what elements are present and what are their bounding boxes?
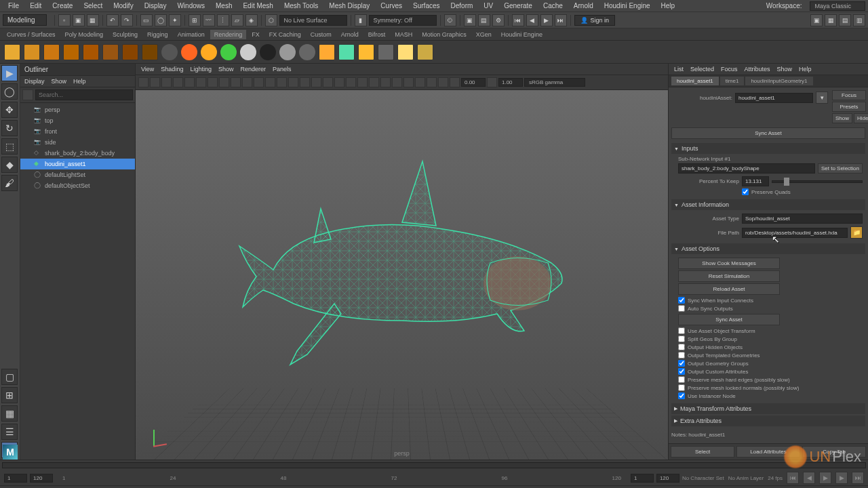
vp-toolbar-icon-0[interactable] [138, 77, 149, 87]
open-icon[interactable]: ▣ [73, 14, 85, 26]
folder-icon[interactable]: 📁 [850, 226, 863, 239]
vp-toolbar-icon-13[interactable] [288, 77, 298, 87]
reset-sim-button[interactable]: Reset Simulation [678, 270, 780, 282]
menu-generate[interactable]: Generate [498, 1, 538, 11]
shelf-icon-1[interactable] [24, 44, 40, 60]
vp-toolbar-icon-26[interactable] [438, 77, 448, 87]
panel-icon-3[interactable]: ▤ [839, 14, 851, 26]
outliner-search-input[interactable] [35, 89, 133, 100]
menu-cache[interactable]: Cache [538, 1, 568, 11]
new-icon[interactable]: ▫ [58, 14, 71, 26]
play-back-icon[interactable]: ⏮ [787, 472, 799, 484]
option-10-checkbox[interactable] [678, 392, 685, 399]
playback-end-input[interactable] [631, 474, 654, 483]
vp-toolbar-icon-24[interactable] [415, 77, 425, 87]
option-7-checkbox[interactable] [678, 368, 685, 375]
menu-modify[interactable]: Modify [108, 1, 138, 11]
asset-menu-icon[interactable]: ▾ [816, 92, 828, 104]
snap-plane-icon[interactable]: ▱ [231, 14, 243, 26]
shelf-tab-fxcache[interactable]: FX Caching [265, 30, 305, 39]
vp-toolbar-icon-25[interactable] [427, 77, 437, 87]
option-0-checkbox[interactable] [678, 297, 685, 304]
rotate-tool[interactable]: ↻ [1, 120, 18, 136]
scale-tool[interactable]: ⬚ [1, 138, 18, 155]
outliner-item-shark-body-2-body-body[interactable]: shark_body_2:body_body [20, 148, 135, 159]
shelf-icon-12[interactable] [240, 44, 256, 60]
attr-menu-help[interactable]: Help [799, 66, 812, 73]
show-button[interactable]: Show [832, 113, 852, 123]
outliner-item-top[interactable]: top [20, 115, 135, 126]
shelf-icon-19[interactable] [378, 44, 394, 60]
shelf-tab-fx[interactable]: FX [248, 30, 264, 39]
time-slider[interactable] [2, 462, 866, 468]
vp-toolbar-icon-14[interactable] [300, 77, 310, 87]
outliner-item-defaultLightSet[interactable]: defaultLightSet [20, 169, 135, 180]
view-single-icon[interactable]: ▢ [1, 369, 18, 385]
mode-dropdown[interactable]: Modeling [3, 14, 47, 26]
playback-play-icon[interactable]: ▶ [540, 14, 553, 26]
shelf-tab-mash[interactable]: MASH [391, 30, 416, 39]
asset-type-input[interactable] [742, 214, 863, 224]
shelf-tab-motion[interactable]: Motion Graphics [418, 30, 471, 39]
outliner-menu-display[interactable]: Display [24, 78, 45, 85]
outliner-menu-help[interactable]: Help [73, 78, 86, 85]
vp-toolbar-icon-17[interactable] [334, 77, 344, 87]
presets-button[interactable]: Presets [832, 102, 866, 112]
shelf-tab-houdini[interactable]: Houdini Engine [497, 30, 547, 39]
viewport-3d[interactable]: persp [136, 90, 668, 460]
file-path-input[interactable] [742, 228, 848, 238]
shelf-icon-4[interactable] [83, 44, 99, 60]
option-5-checkbox[interactable] [678, 352, 685, 359]
vp-toolbar-icon-9[interactable] [242, 77, 252, 87]
vp-toolbar-icon-20[interactable] [369, 77, 379, 87]
attr-tab-geo[interactable]: houdiniInputGeometry1 [745, 77, 812, 85]
attr-tab-asset[interactable]: houdini_asset1 [671, 77, 719, 85]
set-selection-button[interactable]: Set to Selection [818, 163, 863, 174]
attr-menu-list[interactable]: List [674, 66, 684, 73]
attr-tab-time[interactable]: time1 [720, 77, 745, 85]
ipr-icon[interactable]: ▤ [478, 14, 490, 26]
history-icon[interactable]: ⏲ [444, 14, 456, 26]
menu-display[interactable]: Display [139, 1, 172, 11]
menu-meshdisplay[interactable]: Mesh Display [323, 1, 375, 11]
vp-toolbar-icon-19[interactable] [357, 77, 368, 87]
vp-toolbar-icon-2[interactable] [161, 77, 172, 87]
shelf-icon-13[interactable] [260, 44, 276, 60]
menu-houdini[interactable]: Houdini Engine [599, 1, 656, 11]
sync-asset-button[interactable]: Sync Asset [671, 127, 865, 139]
menu-curves[interactable]: Curves [375, 1, 408, 11]
shelf-tab-bifrost[interactable]: Bifrost [364, 30, 390, 39]
playback-start-icon[interactable]: ⏮ [512, 14, 524, 26]
menu-editmesh[interactable]: Edit Mesh [237, 1, 278, 11]
snap-curve-icon[interactable]: 〰 [203, 14, 215, 26]
outliner-menu-show[interactable]: Show [52, 78, 67, 85]
vp-menu-shading[interactable]: Shading [161, 66, 183, 73]
inputs-section[interactable]: Inputs [671, 143, 865, 154]
hide-button[interactable]: Hide [854, 113, 868, 123]
menu-edit[interactable]: Edit [24, 1, 47, 11]
lasso-tool[interactable]: ◯ [1, 83, 18, 100]
render-icon[interactable]: ▣ [464, 14, 476, 26]
vp-toolbar-icon-10[interactable] [254, 77, 264, 87]
gamma-input[interactable] [498, 78, 523, 87]
shelf-icon-7[interactable] [142, 44, 158, 60]
select-icon[interactable]: ▭ [140, 14, 153, 26]
reload-asset-button[interactable]: Reload Asset [678, 283, 780, 295]
option-8-checkbox[interactable] [678, 376, 685, 383]
attr-menu-attributes[interactable]: Attributes [745, 66, 770, 73]
cook-messages-button[interactable]: Show Cook Messages [678, 258, 780, 269]
live-surface-dropdown[interactable]: No Live Surface [279, 15, 347, 26]
shelf-icon-8[interactable] [161, 44, 178, 60]
shelf-tab-anim[interactable]: Animation [174, 30, 209, 39]
play-end-icon[interactable]: ⏭ [852, 472, 864, 484]
maya-transform-section[interactable]: Maya Transform Attributes [671, 403, 865, 414]
shelf-tab-poly[interactable]: Poly Modeling [61, 30, 108, 39]
shelf-icon-0[interactable] [4, 44, 20, 60]
menu-create[interactable]: Create [47, 1, 78, 11]
attr-menu-show[interactable]: Show [777, 66, 793, 73]
shelf-icon-3[interactable] [63, 44, 79, 60]
focus-button[interactable]: Focus [832, 90, 866, 100]
shelf-icon-18[interactable] [358, 44, 374, 60]
menu-uv[interactable]: UV [478, 1, 498, 11]
vp-toolbar-icon-21[interactable] [380, 77, 391, 87]
